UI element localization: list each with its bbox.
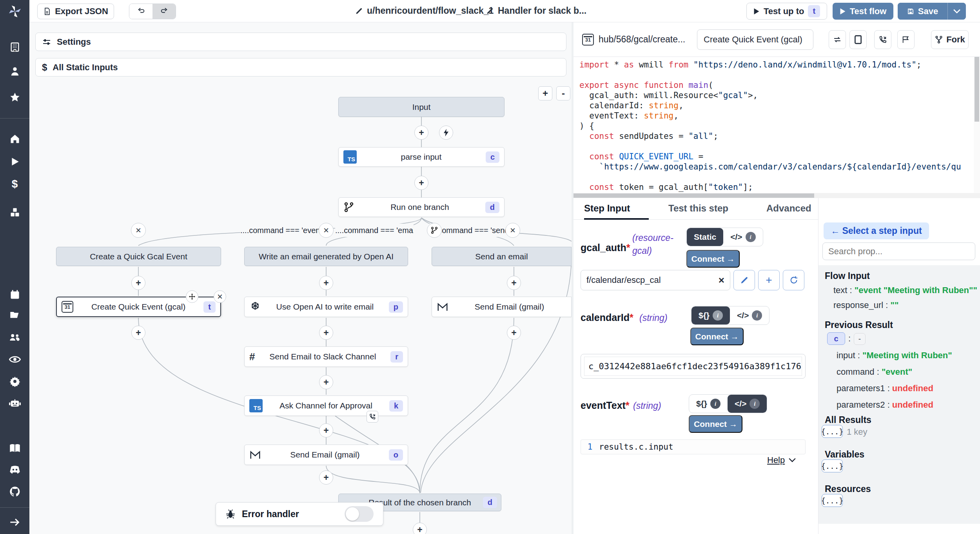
search-prop-input[interactable] xyxy=(822,242,975,260)
gcal-auth-connect-button[interactable]: Connect → xyxy=(686,250,740,268)
flow-path[interactable]: u/henricourdent/flow_slack_1 xyxy=(355,5,494,16)
error-handler-card[interactable]: Error handler xyxy=(216,502,383,526)
delete-branch-button[interactable]: × xyxy=(131,223,146,238)
scrollbar-thumb[interactable] xyxy=(573,193,814,198)
clear-icon[interactable]: × xyxy=(719,274,724,286)
gcal-auth-mode-toggle[interactable]: Static </>i xyxy=(686,228,763,246)
sidebar-item-dollar-icon[interactable]: $ xyxy=(0,176,29,192)
fork-button[interactable]: Fork xyxy=(931,30,969,49)
code-horizontal-scrollbar[interactable] xyxy=(573,193,980,198)
prop-row[interactable]: parameters2 : undefined xyxy=(837,400,952,410)
sidebar-item-star-icon[interactable] xyxy=(0,89,29,105)
stop-icon-button[interactable] xyxy=(849,30,867,49)
template-mode-segment[interactable]: ${}i xyxy=(689,395,728,413)
slack-step-node[interactable]: # Send Email to Slack Channel r xyxy=(244,346,408,367)
export-json-button[interactable]: Export JSON xyxy=(37,4,114,19)
add-step-button[interactable]: + xyxy=(319,470,333,485)
prop-row[interactable]: response_url : "" xyxy=(833,300,977,310)
previous-result-rows[interactable]: input : "Meeting with Ruben"command : "e… xyxy=(837,350,952,410)
sidebar-item-users-icon[interactable] xyxy=(0,330,29,345)
sidebar-item-user-icon[interactable] xyxy=(0,64,29,79)
code-mode-segment[interactable]: </>i xyxy=(723,228,762,246)
add-step-button[interactable]: + xyxy=(319,276,333,290)
scrollbar-thumb[interactable] xyxy=(975,57,979,122)
add-resource-button[interactable]: + xyxy=(758,270,780,290)
sidebar-item-home-icon[interactable] xyxy=(0,131,29,147)
calendarid-input[interactable]: c_0312442e881ae6fcf1dec23f54916a389f1c17… xyxy=(584,357,802,376)
static-mode-segment[interactable]: Static xyxy=(687,228,723,246)
select-step-input-back-button[interactable]: ← Select a step input xyxy=(824,222,929,239)
all-results-expand-button[interactable]: {...} xyxy=(822,425,843,438)
prop-row[interactable]: command : "event" xyxy=(837,367,952,377)
sidebar-item-calendar-icon[interactable] xyxy=(0,287,29,303)
sidebar-item-play-icon[interactable] xyxy=(0,154,29,169)
add-step-button[interactable]: + xyxy=(319,326,333,340)
test-up-to-button[interactable]: Test up to t xyxy=(746,3,827,20)
input-node[interactable]: Input xyxy=(338,97,505,117)
move-step-button[interactable] xyxy=(186,290,198,303)
template-mode-segment[interactable]: ${}i xyxy=(691,306,730,324)
tab-step-input[interactable]: Step Input xyxy=(584,203,630,214)
add-step-button[interactable]: + xyxy=(413,523,427,534)
eventtext-expr-editor[interactable]: 1 results.c.input xyxy=(581,439,806,454)
sidebar-item-discord-icon[interactable] xyxy=(0,462,29,478)
step-summary-input[interactable] xyxy=(697,29,813,50)
save-button[interactable]: Save xyxy=(898,3,948,20)
save-dropdown-button[interactable] xyxy=(948,3,966,20)
delete-branch-button[interactable]: × xyxy=(505,223,520,238)
windmill-logo[interactable] xyxy=(0,0,29,22)
prop-row[interactable]: parameters1 : undefined xyxy=(837,383,952,394)
code-editor[interactable]: import * as wmill from "https://deno.lan… xyxy=(579,60,974,193)
code-mode-segment[interactable]: </>i xyxy=(728,395,767,413)
eventtext-connect-button[interactable]: Connect → xyxy=(689,415,742,433)
gmail2-step-node[interactable]: Send Email (gmail) o xyxy=(244,445,408,465)
resources-expand-button[interactable]: {...} xyxy=(822,494,843,507)
branch-header[interactable]: Write an email generated by Open AI xyxy=(244,247,408,266)
add-step-button[interactable]: + xyxy=(507,326,521,340)
flow-canvas[interactable]: Settings $ All Static Inputs + - xyxy=(29,22,572,534)
suspend-icon-button[interactable] xyxy=(874,30,891,49)
variables-expand-button[interactable]: {...} xyxy=(822,459,843,472)
refresh-resource-button[interactable] xyxy=(783,270,804,290)
sidebar-item-eye-icon[interactable] xyxy=(0,352,29,367)
gcal-auth-resource-input[interactable]: f/calendar/escp_cal × xyxy=(581,270,730,290)
trigger-bolt-button[interactable] xyxy=(439,126,453,140)
eventtext-mode-toggle[interactable]: ${}i </>i xyxy=(689,394,767,413)
calendarid-connect-button[interactable]: Connect → xyxy=(690,328,744,345)
add-step-button[interactable]: + xyxy=(414,126,428,140)
branch-icon-button[interactable] xyxy=(427,223,442,238)
sidebar-item-building-icon[interactable] xyxy=(0,39,29,55)
previous-step-badge[interactable]: c xyxy=(827,332,845,345)
code-vertical-scrollbar[interactable] xyxy=(974,57,980,198)
prop-row[interactable]: text : "event "Meeting with Ruben"" xyxy=(833,285,977,295)
help-link[interactable]: Help xyxy=(767,455,796,465)
gmail-step-node[interactable]: Send Email (gmail) xyxy=(432,297,572,317)
code-mode-segment[interactable]: </>i xyxy=(730,306,769,324)
branch-header[interactable]: Create a Quick Gcal Event xyxy=(56,247,221,266)
add-step-button[interactable]: + xyxy=(319,423,333,437)
sidebar-item-gear-icon[interactable] xyxy=(0,374,29,389)
openai-step-node[interactable]: Use Open AI to write email p xyxy=(244,297,408,317)
sidebar-item-github-icon[interactable] xyxy=(0,484,29,499)
branch-header[interactable]: Send an email xyxy=(432,247,572,266)
add-step-button[interactable]: + xyxy=(131,326,145,340)
calendarid-mode-toggle[interactable]: ${}i </>i xyxy=(691,306,769,325)
sleep-icon-button[interactable] xyxy=(897,30,915,49)
sidebar-item-arrow-right-icon[interactable] xyxy=(0,514,29,530)
tab-test-this-step[interactable]: Test this step xyxy=(668,203,728,214)
add-step-button[interactable]: + xyxy=(131,276,145,290)
flow-summary[interactable]: Handler for slack b... xyxy=(486,5,586,16)
prop-row[interactable]: input : "Meeting with Ruben" xyxy=(837,350,952,361)
sidebar-item-robot-icon[interactable] xyxy=(0,395,29,411)
edit-resource-button[interactable] xyxy=(733,270,755,290)
approval-step-node[interactable]: TS Ask Channel for Approval k xyxy=(244,395,408,416)
restart-icon-button[interactable] xyxy=(829,30,846,49)
run-one-branch-node[interactable]: Run one branch d xyxy=(338,197,505,217)
delete-branch-button[interactable]: × xyxy=(319,223,334,238)
flow-input-rows[interactable]: text : "event "Meeting with Ruben""respo… xyxy=(833,285,977,310)
sidebar-item-blocks-icon[interactable] xyxy=(0,204,29,220)
test-flow-button[interactable]: Test flow xyxy=(833,3,893,20)
collapse-badge[interactable]: - xyxy=(854,333,866,345)
sidebar-item-book-icon[interactable] xyxy=(0,441,29,456)
add-step-button[interactable]: + xyxy=(319,375,333,389)
